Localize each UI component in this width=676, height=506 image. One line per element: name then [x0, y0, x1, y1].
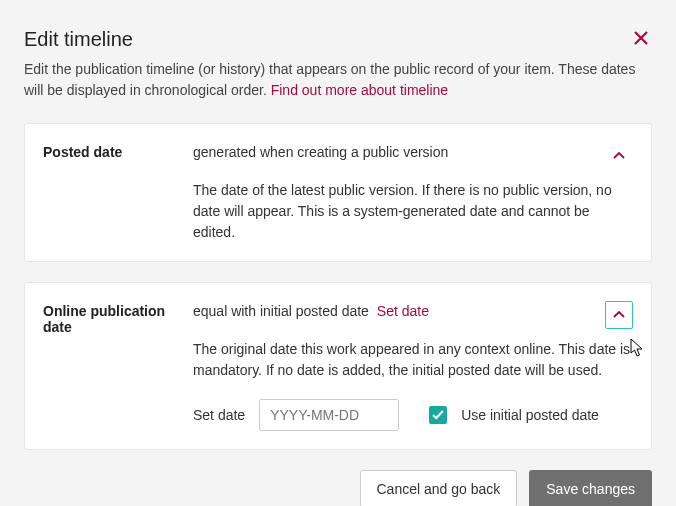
chevron-up-icon[interactable]	[605, 142, 633, 170]
posted-date-description: The date of the latest public version. I…	[193, 180, 633, 243]
posted-date-label: Posted date	[43, 142, 183, 243]
use-initial-checkbox[interactable]	[429, 406, 447, 424]
cancel-button[interactable]: Cancel and go back	[360, 470, 518, 506]
date-input[interactable]	[259, 399, 399, 431]
timeline-help-link[interactable]: Find out more about timeline	[271, 82, 448, 98]
close-icon[interactable]	[630, 28, 652, 50]
online-publication-description: The original date this work appeared in …	[193, 339, 633, 381]
save-button[interactable]: Save changes	[529, 470, 652, 506]
dialog-intro: Edit the publication timeline (or histor…	[24, 59, 652, 101]
online-publication-summary: equal with initial posted date Set date	[193, 301, 429, 322]
posted-date-summary: generated when creating a public version	[193, 142, 448, 163]
set-date-link[interactable]: Set date	[377, 303, 429, 319]
online-publication-summary-text: equal with initial posted date	[193, 303, 369, 319]
use-initial-label: Use initial posted date	[461, 407, 599, 423]
chevron-up-icon[interactable]	[605, 301, 633, 329]
set-date-label: Set date	[193, 407, 245, 423]
online-publication-label: Online publication date	[43, 301, 183, 431]
dialog-title: Edit timeline	[24, 28, 133, 51]
posted-date-panel: Posted date generated when creating a pu…	[24, 123, 652, 262]
online-publication-panel: Online publication date equal with initi…	[24, 282, 652, 450]
